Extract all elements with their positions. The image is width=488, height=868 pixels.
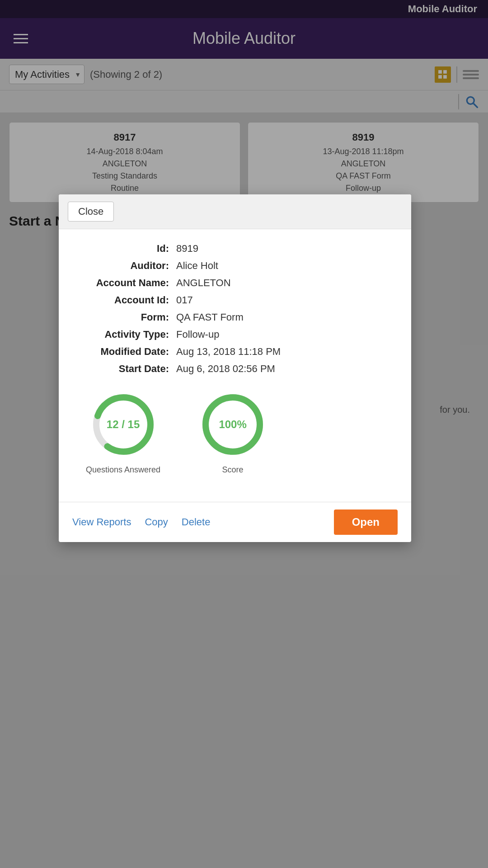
score-value: 100%	[219, 418, 246, 431]
detail-row-form: Form: QA FAST Form	[77, 311, 393, 323]
value-auditor: Alice Holt	[176, 260, 393, 272]
close-button[interactable]: Close	[68, 202, 114, 222]
detail-row-account-id: Account Id: 017	[77, 294, 393, 306]
label-form: Form:	[77, 311, 176, 323]
questions-answered-label: Questions Answered	[86, 465, 160, 475]
copy-button[interactable]: Copy	[145, 516, 168, 528]
label-id: Id:	[77, 243, 176, 255]
label-start-date: Start Date:	[77, 363, 176, 375]
detail-row-activity-type: Activity Type: Follow-up	[77, 329, 393, 340]
label-activity-type: Activity Type:	[77, 329, 176, 340]
value-form: QA FAST Form	[176, 311, 393, 323]
questions-answered-value: 12 / 15	[107, 418, 140, 431]
value-id: 8919	[176, 243, 393, 255]
questions-answered-chart: 12 / 15 Questions Answered	[86, 388, 160, 475]
modal-header: Close	[59, 194, 411, 229]
value-activity-type: Follow-up	[176, 329, 393, 340]
detail-table: Id: 8919 Auditor: Alice Holt Account Nam…	[77, 243, 393, 375]
charts-row: 12 / 15 Questions Answered 100% Score	[77, 388, 393, 475]
detail-row-auditor: Auditor: Alice Holt	[77, 260, 393, 272]
delete-button[interactable]: Delete	[182, 516, 211, 528]
value-start-date: Aug 6, 2018 02:56 PM	[176, 363, 393, 375]
detail-row-id: Id: 8919	[77, 243, 393, 255]
value-account-name: ANGLETON	[176, 277, 393, 289]
activity-detail-modal: Close Id: 8919 Auditor: Alice Holt Accou…	[59, 194, 411, 542]
open-button[interactable]: Open	[334, 509, 398, 535]
view-reports-button[interactable]: View Reports	[72, 516, 131, 528]
score-donut: 100%	[197, 388, 269, 461]
modal-body: Id: 8919 Auditor: Alice Holt Account Nam…	[59, 229, 411, 502]
questions-donut: 12 / 15	[87, 388, 160, 461]
modal-footer: View Reports Copy Delete Open	[59, 502, 411, 542]
label-account-name: Account Name:	[77, 277, 176, 289]
detail-row-modified-date: Modified Date: Aug 13, 2018 11:18 PM	[77, 346, 393, 358]
value-account-id: 017	[176, 294, 393, 306]
label-modified-date: Modified Date:	[77, 346, 176, 358]
score-chart: 100% Score	[197, 388, 269, 475]
label-account-id: Account Id:	[77, 294, 176, 306]
score-label: Score	[222, 465, 244, 475]
detail-row-account-name: Account Name: ANGLETON	[77, 277, 393, 289]
detail-row-start-date: Start Date: Aug 6, 2018 02:56 PM	[77, 363, 393, 375]
value-modified-date: Aug 13, 2018 11:18 PM	[176, 346, 393, 358]
label-auditor: Auditor:	[77, 260, 176, 272]
